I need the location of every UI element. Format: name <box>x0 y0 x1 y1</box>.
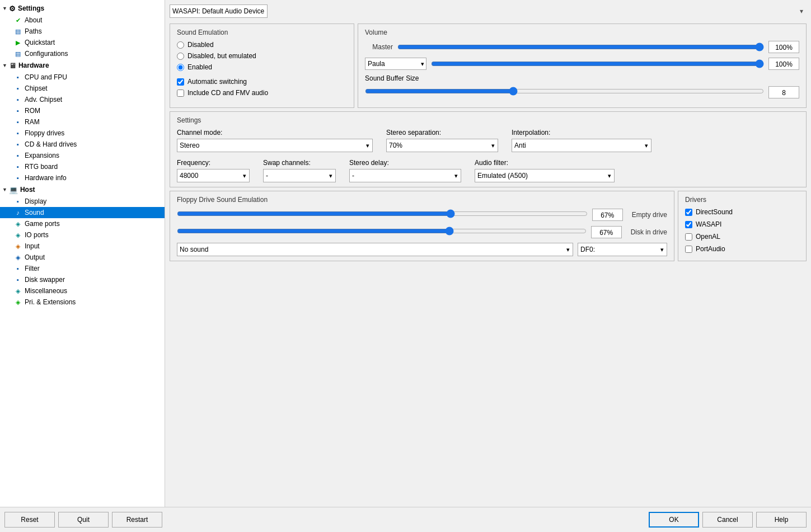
cancel-button[interactable]: Cancel <box>702 512 753 528</box>
sidebar-item-adv-chipset[interactable]: ▪ Adv. Chipset <box>0 94 165 105</box>
frequency-wrapper: 80001102516000 220503200044100 48000 <box>177 169 250 182</box>
automatic-switching-input[interactable] <box>177 78 184 86</box>
paula-select[interactable]: Paula OPL None <box>365 58 426 70</box>
radio-disabled-input[interactable] <box>177 41 184 49</box>
interpolation-select[interactable]: NoneAntiLinear Linear (x2)Sinc <box>512 139 651 152</box>
volume-panel: Volume Master 100% Paula OPL None <box>358 23 807 108</box>
audio-filter-select[interactable]: OffEmulated (A500) Emulated (A1200)On <box>475 169 615 182</box>
drivers-panel: Drivers DirectSound WASAPI OpenAL <box>678 191 807 261</box>
rom-icon: ▪ <box>13 106 22 115</box>
sidebar-item-pri-extensions[interactable]: ◈ Pri. & Extensions <box>0 296 165 308</box>
settings-panel: Settings Channel mode: Mono Stereo Stere… <box>170 111 807 187</box>
sidebar-item-paths[interactable]: ▤ Paths <box>0 26 165 37</box>
empty-drive-value: 67% <box>592 209 623 221</box>
include-cd-fmv-checkbox[interactable]: Include CD and FMV audio <box>177 89 347 97</box>
sidebar-item-hardware-info[interactable]: ▪ Hardware info <box>0 172 165 183</box>
sidebar-item-filter[interactable]: ▪ Filter <box>0 263 165 274</box>
portaudio-checkbox[interactable] <box>685 246 692 253</box>
radio-disabled-emulated-input[interactable] <box>177 53 184 60</box>
sidebar-item-io-ports[interactable]: ◈ IO ports <box>0 229 165 241</box>
sidebar-item-disk-swapper[interactable]: ▪ Disk swapper <box>0 274 165 285</box>
portaudio-driver[interactable]: PortAudio <box>685 245 799 253</box>
sidebar-item-expansions[interactable]: ▪ Expansions <box>0 150 165 161</box>
radio-disabled-emulated[interactable]: Disabled, but emulated <box>177 52 347 60</box>
radio-disabled[interactable]: Disabled <box>177 41 347 49</box>
stereo-separation-select[interactable]: 0%10%20%30% 40%50%60%70% 80%90%100% <box>386 139 498 152</box>
wasapi-label: WASAPI <box>696 220 721 228</box>
restart-button[interactable]: Restart <box>112 512 162 528</box>
wasapi-checkbox[interactable] <box>685 221 692 228</box>
sidebar-item-configurations-label: Configurations <box>25 50 68 58</box>
openal-checkbox[interactable] <box>685 233 692 241</box>
sidebar-item-display[interactable]: ▪ Display <box>0 196 165 207</box>
sidebar-item-floppy-drives-label: Floppy drives <box>25 129 64 137</box>
volume-title: Volume <box>365 29 799 36</box>
radio-enabled[interactable]: Enabled <box>177 63 347 71</box>
sidebar-item-adv-chipset-label: Adv. Chipset <box>25 96 62 103</box>
sidebar-item-chipset[interactable]: ▪ Chipset <box>0 83 165 94</box>
openal-label: OpenAL <box>696 233 720 241</box>
df0-select[interactable]: DF0: DF1: DF2: DF3: <box>578 243 667 256</box>
no-sound-select[interactable]: No sound Internal HD click <box>177 243 573 256</box>
floppy-drives-icon: ▪ <box>13 129 22 138</box>
automatic-switching-checkbox[interactable]: Automatic switching <box>177 78 347 86</box>
channel-mode-select[interactable]: Mono Stereo Stereo (swapped) Surround <box>177 139 373 152</box>
expand-icon-hardware: ▼ <box>2 63 7 68</box>
sidebar-item-sound[interactable]: ♪ Sound <box>0 207 165 218</box>
pri-icon: ◈ <box>13 298 22 307</box>
stereo-delay-wrapper: -12 351020 <box>349 169 461 182</box>
empty-drive-row: 67% Empty drive <box>177 208 667 221</box>
include-cd-fmv-input[interactable] <box>177 90 184 97</box>
sidebar-item-hardware-info-label: Hardware info <box>25 174 67 182</box>
wasapi-driver[interactable]: WASAPI <box>685 220 799 228</box>
device-select[interactable]: WASAPI: Default Audio Device <box>170 4 268 18</box>
sidebar-item-configurations[interactable]: ▤ Configurations <box>0 48 165 59</box>
sidebar-item-ram[interactable]: ▪ RAM <box>0 116 165 128</box>
sidebar-section-settings[interactable]: ▼ ⚙ Settings <box>0 2 165 15</box>
sidebar-item-floppy-drives[interactable]: ▪ Floppy drives <box>0 128 165 139</box>
ok-button[interactable]: OK <box>649 512 699 528</box>
portaudio-label: PortAudio <box>696 245 725 253</box>
sidebar-section-hardware[interactable]: ▼ 🖥 Hardware <box>0 59 165 72</box>
paula-volume-display: 100% <box>768 58 799 70</box>
quit-button[interactable]: Quit <box>58 512 109 528</box>
sidebar-item-cd-hard-drives[interactable]: ▪ CD & Hard drives <box>0 139 165 150</box>
paula-slider-wrapper <box>431 58 764 69</box>
stereo-delay-field: Stereo delay: -12 351020 <box>349 159 461 182</box>
master-volume-display: 100% <box>768 41 799 53</box>
rtg-icon: ▪ <box>13 162 22 171</box>
radio-disabled-label: Disabled <box>187 41 214 49</box>
sidebar-item-rtg-board[interactable]: ▪ RTG board <box>0 161 165 172</box>
floppy-drive-title: Floppy Drive Sound Emulation <box>177 196 667 204</box>
frequency-label: Frequency: <box>177 159 250 167</box>
sidebar-item-input[interactable]: ◈ Input <box>0 241 165 252</box>
paula-volume-slider[interactable] <box>431 58 764 69</box>
top-panels: Sound Emulation Disabled Disabled, but e… <box>170 23 807 108</box>
sidebar-section-host[interactable]: ▼ 💻 Host <box>0 183 165 196</box>
directsound-label: DirectSound <box>696 208 733 216</box>
empty-drive-slider[interactable] <box>177 208 588 219</box>
radio-enabled-input[interactable] <box>177 64 184 71</box>
settings-title: Settings <box>177 116 799 124</box>
stereo-delay-select[interactable]: -12 351020 <box>349 169 461 182</box>
sidebar-item-quickstart[interactable]: ▶ Quickstart <box>0 37 165 48</box>
help-button[interactable]: Help <box>756 512 807 528</box>
sidebar-item-output-label: Output <box>25 253 45 261</box>
sidebar-item-cpu-fpu[interactable]: ▪ CPU and FPU <box>0 72 165 83</box>
sound-buffer-slider[interactable] <box>365 86 764 97</box>
sidebar-item-output[interactable]: ◈ Output <box>0 252 165 263</box>
hardware-info-icon: ▪ <box>13 173 22 182</box>
directsound-checkbox[interactable] <box>685 209 692 216</box>
sidebar-item-rom[interactable]: ▪ ROM <box>0 105 165 116</box>
swap-channels-select[interactable]: -OnOff <box>263 169 336 182</box>
frequency-select[interactable]: 80001102516000 220503200044100 48000 <box>177 169 250 182</box>
reset-button[interactable]: Reset <box>4 512 55 528</box>
master-volume-row: Master 100% <box>365 41 799 53</box>
openal-driver[interactable]: OpenAL <box>685 233 799 241</box>
directsound-driver[interactable]: DirectSound <box>685 208 799 216</box>
master-volume-slider[interactable] <box>397 41 764 53</box>
sidebar-item-about[interactable]: ✔ About <box>0 15 165 26</box>
sidebar-item-game-ports[interactable]: ◈ Game ports <box>0 218 165 229</box>
disk-in-drive-slider[interactable] <box>177 225 587 237</box>
sidebar-item-miscellaneous[interactable]: ◈ Miscellaneous <box>0 285 165 296</box>
